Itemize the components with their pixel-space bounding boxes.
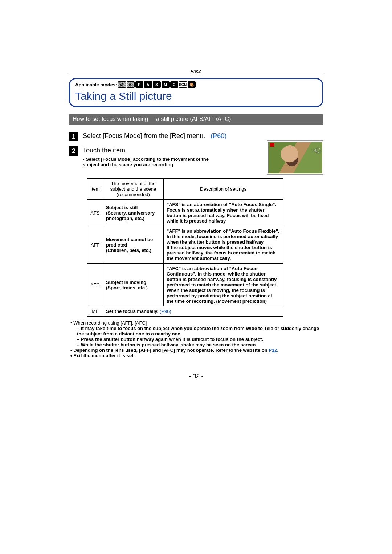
mode-icon-m: M [162, 81, 170, 88]
page-number: - 32 - [69, 373, 323, 380]
mode-icon-p: P [135, 81, 143, 88]
cell-afc-item: AFC [87, 264, 103, 306]
section-heading-left: How to set focus when taking [73, 116, 148, 122]
mode-icon-c: C [170, 81, 178, 88]
note-intro: When recording using [AFF], [AFC] It may… [70, 320, 323, 347]
th-movement: The movement of the subject and the scen… [103, 179, 164, 200]
mode-icon-s: S [153, 81, 161, 88]
mode-icon-ia: iA [118, 81, 126, 88]
cell-afc-movement: Subject is moving (Sport, trains, etc.) [103, 264, 164, 306]
touch-screenshot: ☜ [267, 141, 323, 174]
applicable-modes-label: Applicable modes: [75, 82, 117, 87]
note-exit: Exit the menu after it is set. [70, 353, 323, 358]
table-row-afc: AFC Subject is moving (Sport, trains, et… [87, 264, 283, 306]
header-category: Basic [69, 69, 323, 75]
note-sub-1: It may take time to focus on the subject… [77, 326, 323, 337]
cell-mf-item: MF [87, 306, 103, 317]
mode-icon-iaplus: iA+ [127, 81, 135, 88]
step-number-2: 2 [69, 146, 78, 156]
step-1: 1 Select [Focus Mode] from the [Rec] men… [69, 132, 323, 141]
mode-icon-a: A [144, 81, 152, 88]
touch-hand-icon: ☜ [310, 144, 323, 158]
cell-aff-movement: Movement cannot be predicted (Children, … [103, 226, 164, 264]
page-title: Taking a Still picture [75, 90, 317, 102]
cell-mf-ref[interactable]: (P96) [160, 309, 171, 314]
cell-mf-movement: Set the focus manually. (P96) [103, 306, 283, 317]
cell-mf-text: Set the focus manually. [106, 309, 158, 314]
mode-icon-scn: SCN [179, 81, 187, 88]
th-item: Item [87, 179, 103, 200]
cell-afs-movement: Subject is still (Scenery, anniversary p… [103, 200, 164, 226]
step-2-text: Touch the item. [83, 147, 127, 154]
focus-mode-table: Item The movement of the subject and the… [87, 178, 283, 317]
section-heading-right: a still picture (AFS/AFF/AFC) [156, 116, 231, 122]
table-row-aff: AFF Movement cannot be predicted (Childr… [87, 226, 283, 264]
rec-indicator-icon [270, 143, 274, 147]
cell-aff-desc: "AFF" is an abbreviation of "Auto Focus … [164, 226, 283, 264]
note-sub-2: Press the shutter button halfway again w… [77, 337, 323, 342]
step-number-1: 1 [69, 132, 78, 141]
note-lens-ref[interactable]: P12 [269, 347, 277, 353]
step-1-text: Select [Focus Mode] from the [Rec] menu. [83, 132, 205, 139]
note-intro-text: When recording using [AFF], [AFC] [73, 320, 147, 326]
notes-section: When recording using [AFF], [AFC] It may… [70, 320, 323, 358]
mode-icon-creative: 🎨 [188, 81, 196, 88]
cell-afc-desc: "AFC" is an abbreviation of "Auto Focus … [164, 264, 283, 306]
th-desc: Description of settings [164, 179, 283, 200]
note-lens: Depending on the lens used, [AFF] and [A… [70, 347, 323, 353]
table-row-mf: MF Set the focus manually. (P96) [87, 306, 283, 317]
note-lens-post: . [277, 347, 278, 353]
mode-icons: iA iA+ P A S M C SCN 🎨 [118, 81, 196, 88]
note-lens-pre: Depending on the lens used, [AFF] and [A… [73, 347, 269, 353]
step-1-ref[interactable]: (P60) [211, 132, 226, 139]
cell-afs-desc: "AFS" is an abbreviation of "Auto Focus … [164, 200, 283, 226]
cell-aff-item: AFF [87, 226, 103, 264]
table-row-afs: AFS Subject is still (Scenery, anniversa… [87, 200, 283, 226]
title-box: Applicable modes: iA iA+ P A S M C SCN 🎨… [69, 78, 323, 107]
cell-afs-item: AFS [87, 200, 103, 226]
note-sub-3: While the shutter button is pressed half… [77, 342, 323, 347]
section-heading: How to set focus when takinga still pict… [69, 114, 323, 125]
step-2-note: • Select [Focus Mode] according to the m… [83, 156, 224, 167]
